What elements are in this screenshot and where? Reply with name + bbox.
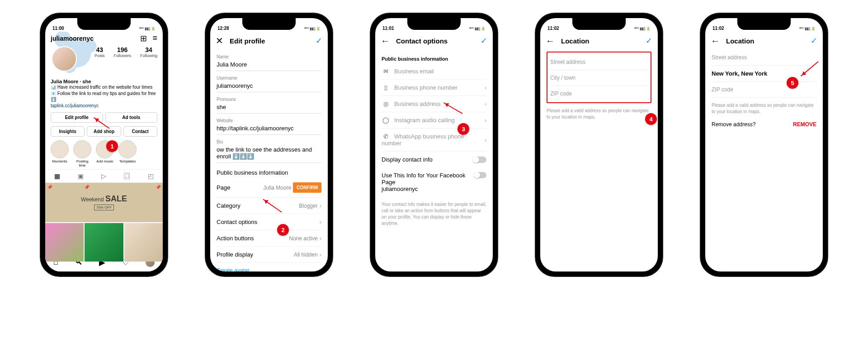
city-field[interactable]: City / town <box>550 70 648 86</box>
phone-5-location-filled: 11:02 ⁴⁰ᴳ ▮▮▯ 🔋 ← Location ✓ Street addr… <box>701 14 827 276</box>
link-create-avatar[interactable]: Create avatar <box>217 263 321 272</box>
insights-button[interactable]: Insights <box>51 126 85 137</box>
row-display-contact-toggle[interactable]: Display contact info <box>382 152 486 167</box>
tab-tagged-icon[interactable]: ◰ <box>148 172 154 180</box>
stat-posts[interactable]: 43Posts <box>94 46 105 58</box>
notch <box>572 18 626 30</box>
row-business-address[interactable]: ◎Business address › <box>382 96 486 112</box>
chevron-right-icon: › <box>320 251 321 258</box>
avatar[interactable] <box>52 46 77 71</box>
page-title: Location <box>726 37 804 45</box>
pronouns-field[interactable]: she <box>217 102 321 114</box>
row-category[interactable]: Category Blogger› <box>217 198 321 214</box>
status-time: 12:28 <box>217 26 229 31</box>
row-audio-calling[interactable]: ◯Instagram audio calling › <box>382 112 486 129</box>
label-name: Name <box>217 54 321 59</box>
street-address-field[interactable]: Street address <box>550 54 648 70</box>
tab-guides-icon[interactable]: ⿴ <box>124 172 130 180</box>
whatsapp-icon: ✆ <box>382 133 390 140</box>
section-header: Public business information <box>382 56 486 62</box>
phone-4-location-empty: 11:02 ⁴⁰ᴳ ▮▮▯ 🔋 ← Location ✓ Street addr… <box>536 14 662 276</box>
zip-field[interactable]: ZIP code <box>550 86 648 101</box>
label-bio: Bio <box>217 139 321 144</box>
street-address-field[interactable]: Street address <box>712 50 816 66</box>
row-contact-options[interactable]: Contact options › <box>217 214 321 230</box>
back-icon[interactable]: ← <box>711 36 720 46</box>
back-icon[interactable]: ← <box>381 36 390 46</box>
toggle[interactable] <box>474 172 486 178</box>
remove-button[interactable]: REMOVE <box>793 121 816 128</box>
confirm-check-icon[interactable]: ✓ <box>646 36 652 46</box>
phone-3-contact-options: 11:01 ⁴⁰ᴳ ▮▮▯ 🔋 ← Contact options ✓ Publ… <box>371 14 497 276</box>
label-pronouns: Pronouns <box>217 97 321 102</box>
row-action-buttons[interactable]: Action buttons None active› <box>217 230 321 247</box>
profile-username[interactable]: juliamoorenyc <box>51 35 94 42</box>
post-sale-banner[interactable]: 📌 📌 📌 Weekend SALE 70% OFF <box>45 183 163 222</box>
ad-tools-button[interactable]: Ad tools <box>105 112 158 123</box>
chevron-right-icon: › <box>485 137 486 143</box>
back-icon[interactable]: ← <box>546 36 555 46</box>
status-icons: ⁴⁰ᴳ ▮▮▯ 🔋 <box>139 27 156 31</box>
location-icon: ◎ <box>382 100 390 107</box>
notch <box>737 18 791 30</box>
tab-grid-icon[interactable]: ▦ <box>54 172 60 180</box>
pin-icon: 📌 <box>47 185 52 190</box>
toggle[interactable] <box>473 157 486 163</box>
email-icon: ✉ <box>382 68 390 75</box>
help-text: Your contact info makes it easier for pe… <box>382 201 486 227</box>
website-field[interactable]: http://taplink.cc/juliamoorenyc <box>217 123 321 135</box>
confirm-check-icon[interactable]: ✓ <box>811 36 817 46</box>
bio-link[interactable]: taplink.cc/juliamoorenyc <box>51 103 157 109</box>
username-field[interactable]: juliamoorenyc <box>217 81 321 92</box>
tab-reels-icon[interactable]: ▣ <box>78 172 84 180</box>
stat-following[interactable]: 34Following <box>140 46 157 58</box>
confirm-button[interactable]: CONFIRM <box>293 182 321 193</box>
notch <box>407 18 461 30</box>
page-title: Edit profile <box>230 37 309 45</box>
chevron-right-icon: › <box>320 235 321 242</box>
add-shop-button[interactable]: Add shop <box>87 126 121 137</box>
row-whatsapp[interactable]: ✆WhatsApp business phone number › <box>382 129 486 152</box>
pin-icon: 📌 <box>84 185 90 190</box>
bio-field[interactable]: ow the link to see the addresses and enr… <box>217 144 321 163</box>
callout-3: 3 <box>458 123 469 135</box>
callout-5: 5 <box>787 77 798 89</box>
status-time: 11:02 <box>547 26 559 31</box>
row-business-phone[interactable]: ▯Business phone number › <box>382 80 486 96</box>
post-thumbnail[interactable] <box>45 223 84 262</box>
help-text: Please add a valid address so people can… <box>547 108 651 120</box>
post-thumbnail[interactable] <box>85 223 123 262</box>
row-business-email[interactable]: ✉Business email <box>382 63 486 80</box>
menu-icon[interactable]: ≡ <box>152 33 157 43</box>
label-website: Website <box>217 118 321 123</box>
display-name: Julia Moore · she <box>51 79 157 84</box>
zip-field[interactable]: ZIP code <box>712 82 816 98</box>
name-field[interactable]: Julia Moore <box>217 59 321 71</box>
chevron-right-icon: › <box>485 117 486 124</box>
status-icons: ⁴⁰ᴳ ▮▮▯ 🔋 <box>634 27 651 31</box>
row-profile-display[interactable]: Profile display All hidden› <box>217 247 321 263</box>
row-page[interactable]: Page Julia MooreCONFIRM <box>217 178 321 198</box>
phone-icon: ▯ <box>382 84 390 91</box>
instagram-icon: ◯ <box>382 117 390 124</box>
new-post-icon[interactable]: ⊞ <box>140 33 147 43</box>
posts-grid: 📌 📌 📌 Weekend SALE 70% OFF <box>45 183 163 262</box>
tab-play-icon[interactable]: ▷ <box>101 172 106 180</box>
status-icons: ⁴⁰ᴳ ▮▮▯ 🔋 <box>469 27 486 31</box>
chevron-right-icon: › <box>485 100 486 107</box>
status-time: 11:02 <box>712 26 724 31</box>
highlights-row[interactable]: Moments Posting time Add music Templates <box>51 140 157 167</box>
confirm-check-icon[interactable]: ✓ <box>316 36 322 46</box>
contact-button[interactable]: Contact <box>123 126 157 137</box>
callout-2: 2 <box>277 224 289 236</box>
page-title: Location <box>561 37 639 45</box>
confirm-check-icon[interactable]: ✓ <box>481 36 487 46</box>
phone-2-edit-profile: 12:28 ⁴⁰ᴳ ▮▮▯ 🔋 ✕ Edit profile ✓ Name Ju… <box>206 14 332 276</box>
stat-followers[interactable]: 196Followers <box>113 46 131 58</box>
close-icon[interactable]: ✕ <box>216 35 223 46</box>
phone-1-profile: 11:00 ⁴⁰ᴳ ▮▮▯ 🔋 juliamoorenyc ⊞ ≡ 43Post… <box>41 14 167 276</box>
callout-4: 4 <box>645 113 657 125</box>
status-time: 11:00 <box>52 26 64 31</box>
post-thumbnail[interactable] <box>124 223 163 262</box>
row-facebook-page-toggle[interactable]: Use This Info for Your Facebook Pagejuli… <box>382 167 486 197</box>
